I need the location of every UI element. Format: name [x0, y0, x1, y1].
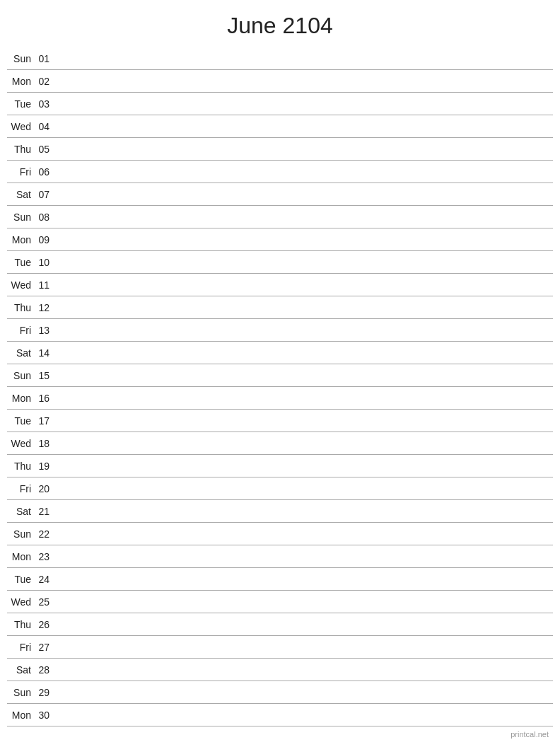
footer-text: printcal.net: [511, 730, 549, 739]
day-name: Mon: [7, 710, 35, 721]
day-line: [55, 647, 553, 647]
calendar-row: Fri13: [7, 319, 553, 342]
day-number: 01: [35, 53, 55, 64]
day-line: [55, 171, 553, 172]
calendar-row: Sat07: [7, 183, 553, 206]
day-number: 29: [35, 687, 55, 698]
day-name: Tue: [7, 415, 35, 427]
calendar-row: Sun08: [7, 206, 553, 228]
day-line: [55, 239, 553, 240]
day-number: 27: [35, 642, 55, 653]
day-name: Wed: [7, 121, 35, 132]
day-number: 07: [35, 189, 55, 200]
day-line: [55, 81, 553, 81]
day-line: [55, 103, 553, 104]
day-number: 12: [35, 302, 55, 313]
calendar-row: Thu19: [7, 455, 553, 477]
day-line: [55, 375, 553, 376]
day-line: [55, 398, 553, 398]
day-line: [55, 624, 553, 625]
calendar-row: Wed18: [7, 432, 553, 455]
calendar-row: Thu05: [7, 138, 553, 161]
calendar-row: Sat21: [7, 500, 553, 523]
day-line: [55, 533, 553, 534]
day-name: Sun: [7, 528, 35, 540]
day-number: 18: [35, 438, 55, 449]
day-line: [55, 511, 553, 511]
calendar-row: Wed11: [7, 274, 553, 296]
day-name: Thu: [7, 619, 35, 630]
day-name: Mon: [7, 393, 35, 404]
calendar-list: Sun01Mon02Tue03Wed04Thu05Fri06Sat07Sun08…: [0, 47, 560, 726]
day-name: Fri: [7, 483, 35, 494]
day-name: Fri: [7, 166, 35, 178]
day-name: Tue: [7, 98, 35, 110]
day-name: Fri: [7, 642, 35, 653]
day-number: 10: [35, 257, 55, 268]
day-line: [55, 330, 553, 330]
calendar-row: Mon30: [7, 704, 553, 726]
day-name: Sat: [7, 664, 35, 676]
day-line: [55, 149, 553, 149]
day-number: 25: [35, 596, 55, 608]
calendar-row: Tue17: [7, 410, 553, 432]
calendar-row: Sat28: [7, 659, 553, 681]
calendar-row: Fri06: [7, 161, 553, 183]
day-line: [55, 262, 553, 262]
calendar-row: Sat14: [7, 342, 553, 364]
day-name: Sat: [7, 189, 35, 200]
day-line: [55, 692, 553, 693]
day-name: Sun: [7, 212, 35, 223]
day-name: Thu: [7, 144, 35, 155]
calendar-row: Thu26: [7, 613, 553, 636]
day-name: Wed: [7, 279, 35, 291]
calendar-row: Tue24: [7, 568, 553, 591]
calendar-row: Sun29: [7, 681, 553, 704]
day-number: 20: [35, 483, 55, 494]
day-name: Sat: [7, 506, 35, 517]
day-number: 28: [35, 664, 55, 676]
day-number: 13: [35, 325, 55, 336]
day-line: [55, 443, 553, 444]
day-line: [55, 465, 553, 466]
day-line: [55, 601, 553, 602]
day-name: Sun: [7, 370, 35, 381]
day-name: Wed: [7, 438, 35, 449]
calendar-row: Sun22: [7, 523, 553, 545]
day-number: 22: [35, 528, 55, 540]
day-number: 16: [35, 393, 55, 404]
day-number: 08: [35, 212, 55, 223]
day-name: Thu: [7, 461, 35, 472]
day-number: 05: [35, 144, 55, 155]
day-line: [55, 420, 553, 421]
calendar-row: Tue10: [7, 251, 553, 274]
calendar-row: Sun01: [7, 47, 553, 70]
day-line: [55, 194, 553, 195]
day-name: Sun: [7, 687, 35, 698]
day-number: 21: [35, 506, 55, 517]
day-line: [55, 284, 553, 285]
day-number: 11: [35, 279, 55, 291]
day-number: 15: [35, 370, 55, 381]
day-number: 14: [35, 347, 55, 359]
day-number: 26: [35, 619, 55, 630]
calendar-row: Mon09: [7, 228, 553, 251]
day-line: [55, 556, 553, 557]
day-number: 24: [35, 574, 55, 585]
calendar-row: Fri20: [7, 477, 553, 500]
page-title: June 2104: [0, 0, 560, 47]
day-line: [55, 307, 553, 308]
day-line: [55, 126, 553, 127]
day-number: 30: [35, 710, 55, 721]
day-line: [55, 579, 553, 579]
day-number: 19: [35, 461, 55, 472]
day-name: Mon: [7, 76, 35, 87]
calendar-row: Wed25: [7, 591, 553, 613]
calendar-row: Wed04: [7, 115, 553, 138]
day-line: [55, 488, 553, 489]
day-line: [55, 669, 553, 670]
day-name: Thu: [7, 302, 35, 313]
day-name: Tue: [7, 574, 35, 585]
calendar-row: Sun15: [7, 364, 553, 387]
calendar-row: Tue03: [7, 93, 553, 115]
